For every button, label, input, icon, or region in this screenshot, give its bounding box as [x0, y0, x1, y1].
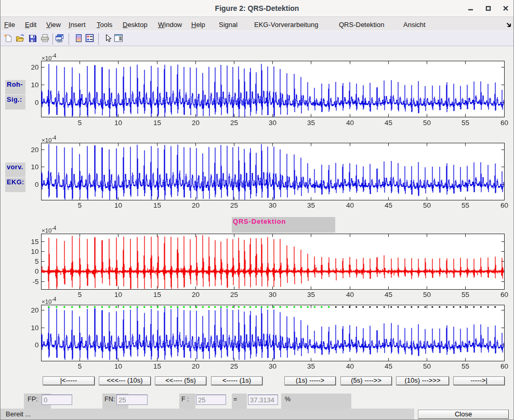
svg-text:5: 5	[78, 291, 82, 299]
svg-text:60: 60	[500, 362, 508, 370]
svg-text:40: 40	[346, 201, 354, 209]
svg-text:20: 20	[192, 291, 200, 299]
svg-text:5: 5	[78, 119, 82, 127]
svg-text:35: 35	[307, 201, 315, 209]
svg-text:60: 60	[500, 119, 508, 127]
svg-text:50: 50	[423, 291, 431, 299]
svg-text:60: 60	[500, 201, 508, 209]
svg-text:20: 20	[192, 201, 200, 209]
svg-text:0: 0	[35, 267, 39, 275]
svg-text:15: 15	[153, 201, 161, 209]
svg-text:0: 0	[35, 99, 39, 106]
svg-text:25: 25	[230, 201, 238, 209]
svg-text:10: 10	[31, 81, 38, 89]
svg-text:×10-4: ×10-4	[42, 225, 57, 234]
svg-text:35: 35	[307, 362, 315, 370]
svg-text:55: 55	[462, 201, 469, 209]
svg-text:15: 15	[31, 238, 38, 246]
svg-text:60: 60	[500, 291, 508, 299]
svg-text:25: 25	[230, 119, 238, 127]
svg-text:0: 0	[35, 341, 39, 349]
svg-text:-5: -5	[32, 278, 38, 286]
svg-text:30: 30	[269, 362, 276, 370]
svg-text:15: 15	[153, 362, 161, 370]
svg-text:5: 5	[78, 362, 82, 370]
svg-text:5: 5	[78, 201, 82, 209]
svg-text:45: 45	[385, 119, 392, 127]
svg-text:30: 30	[269, 119, 276, 127]
svg-text:35: 35	[307, 291, 315, 299]
svg-text:×10-4: ×10-4	[42, 53, 57, 61]
svg-text:40: 40	[346, 291, 354, 299]
svg-text:45: 45	[385, 362, 392, 370]
svg-text:45: 45	[385, 201, 392, 209]
svg-text:20: 20	[31, 306, 38, 314]
svg-text:40: 40	[346, 362, 354, 370]
svg-text:×10-4: ×10-4	[42, 135, 57, 143]
svg-text:20: 20	[192, 119, 200, 127]
svg-text:10: 10	[114, 201, 122, 209]
svg-text:50: 50	[423, 362, 431, 370]
svg-text:5: 5	[35, 258, 39, 265]
svg-text:55: 55	[462, 291, 469, 299]
svg-text:10: 10	[31, 324, 38, 332]
svg-text:35: 35	[307, 119, 315, 127]
svg-text:×10-4: ×10-4	[42, 296, 57, 305]
svg-text:45: 45	[385, 291, 392, 299]
svg-text:40: 40	[346, 119, 354, 127]
svg-text:10: 10	[31, 163, 38, 171]
svg-text:15: 15	[153, 291, 161, 299]
svg-text:20: 20	[31, 146, 38, 154]
svg-text:50: 50	[423, 201, 431, 209]
svg-text:10: 10	[114, 119, 122, 127]
svg-text:25: 25	[230, 291, 238, 299]
svg-text:10: 10	[114, 362, 122, 370]
svg-text:50: 50	[423, 119, 431, 127]
svg-text:20: 20	[192, 362, 200, 370]
svg-text:20: 20	[31, 63, 38, 71]
svg-text:30: 30	[269, 201, 276, 209]
svg-text:10: 10	[31, 248, 38, 255]
svg-text:0: 0	[35, 181, 39, 188]
svg-text:15: 15	[153, 119, 161, 127]
svg-text:55: 55	[462, 362, 469, 370]
svg-text:25: 25	[230, 362, 238, 370]
svg-text:30: 30	[269, 291, 276, 299]
svg-text:10: 10	[114, 291, 122, 299]
svg-text:55: 55	[462, 119, 469, 127]
